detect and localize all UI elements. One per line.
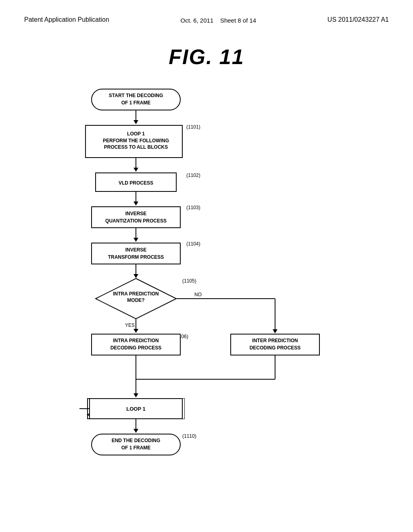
- svg-text:YES: YES: [125, 322, 135, 328]
- patent-number: US 2011/0243227 A1: [327, 16, 389, 23]
- sheet-label: Sheet 8 of 14: [220, 17, 256, 24]
- svg-marker-52: [133, 393, 138, 397]
- svg-text:QUANTIZATION PROCESS: QUANTIZATION PROCESS: [105, 218, 167, 224]
- figure-title: FIG. 11: [0, 45, 413, 69]
- svg-rect-0: [92, 89, 180, 110]
- svg-text:PERFORM THE FOLLOWING: PERFORM THE FOLLOWING: [103, 138, 169, 143]
- svg-text:MODE?: MODE?: [127, 297, 144, 303]
- svg-text:INVERSE: INVERSE: [125, 211, 147, 216]
- flowchart-diagram: START THE DECODING OF 1 FRAME (1101) LOO…: [33, 85, 380, 504]
- svg-text:START THE DECODING: START THE DECODING: [109, 93, 163, 98]
- svg-text:END THE DECODING: END THE DECODING: [112, 438, 161, 443]
- svg-text:(1102): (1102): [186, 172, 200, 178]
- svg-rect-45: [231, 334, 319, 355]
- svg-rect-18: [92, 207, 180, 228]
- svg-text:INTRA PREDICTION: INTRA PREDICTION: [113, 338, 159, 343]
- svg-marker-4: [133, 120, 138, 124]
- svg-text:DECODING PROCESS: DECODING PROCESS: [111, 345, 162, 351]
- svg-marker-62: [133, 429, 138, 433]
- page-header: Patent Application Publication Oct. 6, 2…: [0, 0, 413, 33]
- svg-text:INVERSE: INVERSE: [125, 247, 147, 253]
- svg-text:INTER PREDICTION: INTER PREDICTION: [252, 338, 298, 343]
- svg-text:(1104): (1104): [186, 241, 200, 247]
- svg-text:(1101): (1101): [186, 124, 200, 130]
- svg-text:LOOP 1: LOOP 1: [126, 406, 145, 412]
- svg-text:OF 1 FRAME: OF 1 FRAME: [121, 100, 151, 106]
- date-label: Oct. 6, 2011: [181, 17, 214, 24]
- svg-rect-64: [92, 434, 180, 455]
- svg-text:(1103): (1103): [186, 205, 200, 210]
- svg-rect-24: [92, 243, 180, 264]
- header-right: US 2011/0243227 A1: [327, 16, 389, 23]
- svg-marker-28: [133, 274, 138, 278]
- header-center: Oct. 6, 2011 Sheet 8 of 14: [181, 16, 257, 25]
- svg-text:(1110): (1110): [182, 433, 196, 439]
- header-left: Patent Application Publication: [24, 16, 109, 23]
- svg-text:OF 1 FRAME: OF 1 FRAME: [121, 445, 151, 451]
- svg-text:LOOP 1: LOOP 1: [127, 131, 145, 137]
- svg-text:TRANSFORM PROCESS: TRANSFORM PROCESS: [108, 254, 164, 260]
- svg-text:DECODING PROCESS: DECODING PROCESS: [250, 345, 301, 351]
- svg-text:(1105): (1105): [182, 278, 196, 284]
- svg-rect-38: [92, 334, 180, 355]
- svg-text:PROCESS TO ALL BLOCKS: PROCESS TO ALL BLOCKS: [104, 144, 168, 150]
- svg-marker-16: [133, 202, 138, 206]
- svg-marker-11: [133, 168, 138, 172]
- svg-marker-36: [133, 329, 138, 333]
- svg-text:INTRA PREDICTION: INTRA PREDICTION: [113, 291, 159, 297]
- svg-text:VLD PROCESS: VLD PROCESS: [119, 180, 153, 186]
- publication-label: Patent Application Publication: [24, 16, 109, 23]
- svg-marker-43: [273, 329, 277, 333]
- svg-text:NO: NO: [194, 292, 202, 297]
- svg-marker-22: [133, 238, 138, 242]
